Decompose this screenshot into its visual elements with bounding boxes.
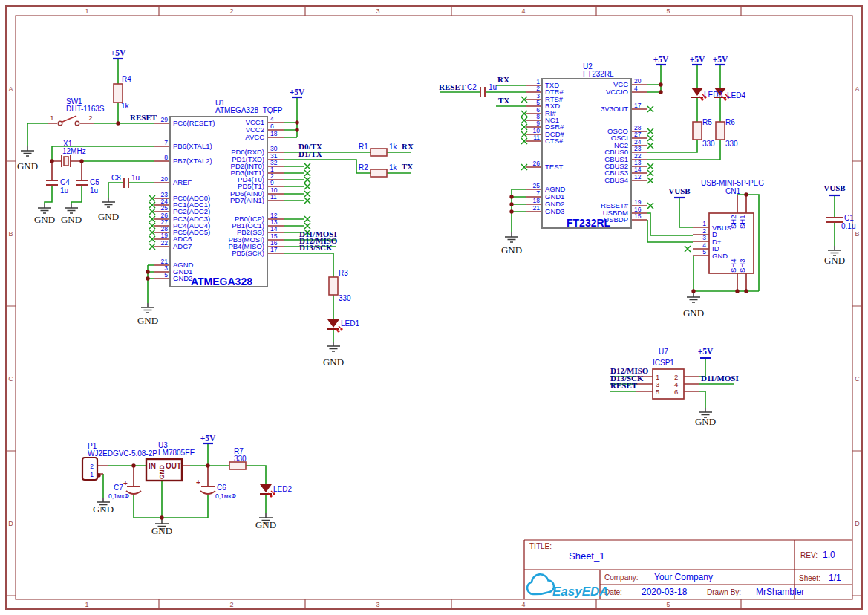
pin-number: 25 — [161, 204, 169, 212]
pin-number: 18 — [533, 197, 541, 204]
component-label: 1u — [489, 83, 497, 91]
component-label: FT232RL — [583, 70, 614, 78]
border-zone-label: 5 — [666, 7, 670, 15]
component-label: 1k — [121, 102, 130, 110]
net-label: RESET — [130, 113, 157, 122]
ground-label: GND — [98, 211, 119, 222]
pin-number: 6 — [674, 388, 678, 396]
component-label: 1u — [131, 174, 140, 182]
net-label: D11/MOSI — [701, 374, 739, 383]
border-zone-label: B — [855, 230, 859, 238]
led1-diode[interactable] — [327, 319, 342, 332]
pin-number: 20 — [634, 77, 642, 85]
component-label: R2 — [359, 163, 368, 172]
polarity-plus: + — [123, 479, 128, 487]
ground-label: GND — [255, 519, 276, 530]
power-flag-label: +5V — [111, 48, 126, 57]
pin-name: CTS# — [545, 137, 564, 145]
sheet-label: Sheet: — [799, 574, 820, 582]
pin-number: 8 — [164, 154, 168, 161]
pin-number: 17 — [270, 246, 278, 253]
pin-name: PB5(SCK) — [232, 249, 264, 257]
component-label: 1u — [90, 186, 98, 195]
ground-label: GND — [93, 504, 114, 515]
pin-name: CBUS4 — [604, 176, 628, 184]
capacitor-plates[interactable] — [46, 87, 843, 494]
pin-number: 9 — [270, 179, 274, 186]
sheet-value: 1/1 — [829, 573, 841, 583]
pin-name: SH3 — [738, 259, 746, 273]
pin-name: 3V3OUT — [601, 105, 628, 113]
component-label: 1u — [60, 186, 68, 195]
border-zone-label: 4 — [521, 7, 525, 15]
pin-name: USBDP — [604, 215, 628, 224]
pin-number: 1 — [50, 114, 53, 122]
pin-number: 5 — [702, 248, 706, 256]
net-label: RESET — [439, 82, 466, 91]
drawn-by-label: Drawn By: — [707, 588, 741, 596]
border-zone-label: A — [8, 85, 13, 93]
component-label: 12MHz — [62, 147, 86, 155]
component-label: 330 — [234, 455, 247, 463]
r3-resistor[interactable] — [329, 277, 338, 295]
pin-number: 22 — [161, 239, 169, 247]
component-label: 1k — [389, 143, 398, 151]
component-label: C2 — [467, 83, 477, 91]
component-label: 330 — [725, 140, 738, 148]
component-label: C5 — [90, 178, 99, 186]
pin-number: 20 — [161, 175, 169, 183]
drawn-by-value: MrShambler — [756, 587, 804, 597]
border-zone-label: 2 — [229, 601, 233, 608]
r7-resistor[interactable] — [229, 462, 246, 469]
power-flag-label: +5V — [690, 55, 705, 64]
pin-number: 18 — [270, 130, 278, 137]
pin-number: 6 — [270, 123, 274, 130]
regulator-pin-label: GND — [158, 465, 166, 479]
ground-label: GND — [137, 315, 158, 326]
sw1-switch[interactable] — [58, 116, 79, 126]
logo-text: EasyEDA — [552, 585, 609, 599]
pin-name: PD7(AIN1) — [230, 196, 264, 204]
ground-label: GND — [34, 214, 55, 225]
net-label: TX — [402, 162, 413, 171]
net-label: RX — [497, 75, 509, 84]
pin-number: 5 — [536, 99, 540, 106]
regulator-pin-label: OUT — [166, 462, 181, 470]
net-label: VUSB — [823, 183, 846, 192]
component-label: R1 — [359, 143, 368, 151]
pin-number: 30 — [270, 145, 278, 152]
net-label: TX — [498, 96, 509, 105]
r4-resistor[interactable] — [114, 84, 123, 102]
pin-number: 17 — [634, 102, 642, 109]
power-flag-label: +5V — [200, 434, 216, 443]
component-label: C6 — [217, 484, 226, 492]
pin-number: 15 — [634, 212, 642, 220]
net-label: D1/TX — [298, 149, 322, 158]
component-label: R4 — [122, 75, 131, 83]
x1-crystal[interactable] — [62, 155, 71, 167]
r6-resistor[interactable] — [716, 122, 725, 140]
r1-resistor[interactable] — [371, 149, 387, 156]
r2-resistor[interactable] — [371, 169, 387, 177]
power-flag-label: +5V — [653, 55, 669, 64]
component-name: ATMEGA328 — [191, 276, 252, 287]
schematic-labels: U1ATMEGA328_TQFPATMEGA328PC6(RESET)PB6(X… — [17, 48, 856, 536]
pin-number: 4 — [634, 85, 638, 92]
pin-number: 2 — [536, 85, 540, 92]
pin-name: SH1 — [738, 215, 746, 229]
component-label: WJ2EDGVC-5.08-2P — [88, 449, 157, 458]
component-label: LM7805EE — [158, 449, 195, 457]
component-label: U7 — [659, 348, 668, 356]
pin-number: 29 — [161, 116, 169, 123]
led2-diode[interactable] — [260, 484, 275, 497]
pin-number: 19 — [634, 198, 642, 206]
component-label: LED2 — [273, 485, 292, 493]
component-label: ICSP1 — [653, 359, 674, 367]
r5-resistor[interactable] — [693, 122, 702, 140]
component-label: LED3 — [704, 91, 722, 99]
ground-label: GND — [695, 416, 716, 427]
border-zone-label: C — [8, 375, 13, 383]
border-zone-label: 5 — [666, 601, 670, 608]
schematic-canvas: 1122334455AABBCCDD — [0, 0, 868, 615]
border-zone-label: B — [8, 230, 13, 238]
